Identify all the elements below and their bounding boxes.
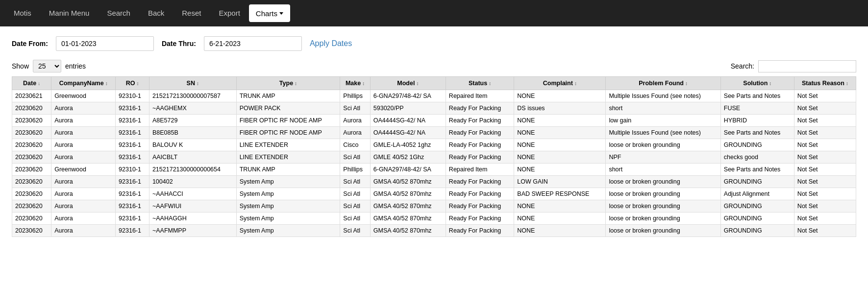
cell-status: Ready For Packing	[446, 115, 514, 127]
cell-model: OA4444SG-42/ NA	[370, 115, 446, 127]
table-row[interactable]: 20230620Aurora92316-1~AAFMMPPSystem AmpS…	[12, 225, 856, 237]
col-sn[interactable]: SN↕	[149, 77, 236, 90]
cell-type: System Amp	[236, 212, 340, 225]
table-row[interactable]: 20230620Aurora92316-1~AAFWIUISystem AmpS…	[12, 200, 856, 212]
cell-type: TRUNK AMP	[236, 164, 340, 176]
cell-status: Ready For Packing	[446, 188, 514, 200]
cell-status: Ready For Packing	[446, 102, 514, 115]
table-row[interactable]: 20230620Aurora92316-1B8E085BFIBER OPTIC …	[12, 127, 856, 139]
cell-model: GMSA 40/52 870mhz	[370, 176, 446, 188]
table-row[interactable]: 20230620Aurora92316-1~AAGHEMXPOWER PACKS…	[12, 102, 856, 115]
table-row[interactable]: 20230620Greenwood92310-12152172130000000…	[12, 164, 856, 176]
table-row[interactable]: 20230620Aurora92316-1AAICBLTLINE EXTENDE…	[12, 151, 856, 164]
cell-status: Ready For Packing	[446, 176, 514, 188]
cell-ro: 92316-1	[116, 188, 149, 200]
cell-make: Sci Atl	[340, 176, 370, 188]
col-complaint[interactable]: Complaint↕	[514, 77, 606, 90]
cell-complaint: NONE	[514, 200, 606, 212]
date-from-input[interactable]	[56, 36, 154, 51]
cell-company: Aurora	[51, 188, 116, 200]
table-row[interactable]: 20230621Greenwood92310-12152172130000000…	[12, 90, 856, 102]
cell-status: Ready For Packing	[446, 200, 514, 212]
cell-problem: short	[606, 164, 720, 176]
cell-solution: checks good	[720, 151, 794, 164]
sort-icon-company: ↕	[105, 81, 108, 86]
col-problem[interactable]: Problem Found↕	[606, 77, 720, 90]
col-company[interactable]: CompanyName↕	[51, 77, 116, 90]
table-row[interactable]: 20230620Aurora92316-1~AAHAGGHSystem AmpS…	[12, 212, 856, 225]
cell-model: 6-GNA297/48-42/ SA	[370, 164, 446, 176]
cell-date: 20230621	[12, 90, 51, 102]
cell-ro: 92316-1	[116, 176, 149, 188]
cell-company: Aurora	[51, 127, 116, 139]
cell-problem: Multiple Issues Found (see notes)	[606, 127, 720, 139]
cell-ro: 92316-1	[116, 200, 149, 212]
cell-statusreason: Not Set	[794, 151, 856, 164]
table-row[interactable]: 20230620Aurora92316-1BALOUV KLINE EXTEND…	[12, 139, 856, 151]
cell-date: 20230620	[12, 164, 51, 176]
col-make[interactable]: Make↕	[340, 77, 370, 90]
col-type[interactable]: Type↕	[236, 77, 340, 90]
sort-icon-model: ↕	[416, 81, 419, 86]
cell-type: System Amp	[236, 188, 340, 200]
nav-charts[interactable]: Charts	[249, 4, 290, 22]
cell-date: 20230620	[12, 127, 51, 139]
sort-icon-status: ↕	[489, 81, 491, 86]
cell-problem: loose or broken grounding	[606, 188, 720, 200]
cell-company: Aurora	[51, 212, 116, 225]
cell-problem: short	[606, 102, 720, 115]
cell-company: Greenwood	[51, 90, 116, 102]
col-date[interactable]: Date↓	[12, 77, 51, 90]
search-input[interactable]	[758, 60, 856, 72]
col-model[interactable]: Model↕	[370, 77, 446, 90]
cell-status: Ready For Packing	[446, 127, 514, 139]
nav-search[interactable]: Search	[98, 0, 139, 26]
col-status[interactable]: Status↕	[446, 77, 514, 90]
cell-complaint: DS issues	[514, 102, 606, 115]
cell-sn: AAICBLT	[149, 151, 236, 164]
show-select[interactable]: 10 25 50 100	[33, 60, 61, 72]
cell-complaint: NONE	[514, 164, 606, 176]
date-from-label: Date From:	[12, 40, 48, 47]
cell-statusreason: Not Set	[794, 102, 856, 115]
col-ro[interactable]: RO↕	[116, 77, 149, 90]
table-row[interactable]: 20230620Aurora92316-1A8E5729FIBER OPTIC …	[12, 115, 856, 127]
cell-status: Ready For Packing	[446, 151, 514, 164]
cell-company: Aurora	[51, 225, 116, 237]
cell-sn: 21521721300000000654	[149, 164, 236, 176]
cell-problem: loose or broken grounding	[606, 225, 720, 237]
nav-reset[interactable]: Reset	[173, 0, 210, 26]
nav-motis[interactable]: Motis	[5, 0, 40, 26]
col-statusreason[interactable]: Status Reason↕	[794, 77, 856, 90]
cell-model: 6-GNA297/48-42/ SA	[370, 90, 446, 102]
cell-model: GMSA 40/52 870mhz	[370, 200, 446, 212]
cell-make: Phillips	[340, 164, 370, 176]
cell-make: Sci Atl	[340, 102, 370, 115]
table-row[interactable]: 20230620Aurora92316-1~AAHACCISystem AmpS…	[12, 188, 856, 200]
cell-problem: low gain	[606, 115, 720, 127]
nav-back[interactable]: Back	[139, 0, 173, 26]
show-label: Show	[12, 62, 29, 70]
cell-complaint: NONE	[514, 139, 606, 151]
cell-type: POWER PACK	[236, 102, 340, 115]
date-thru-input[interactable]	[204, 36, 302, 51]
search-right: Search:	[731, 60, 856, 72]
cell-type: TRUNK AMP	[236, 90, 340, 102]
nav-export[interactable]: Export	[210, 0, 248, 26]
cell-sn: BALOUV K	[149, 139, 236, 151]
apply-dates-button[interactable]: Apply Dates	[310, 39, 352, 48]
col-solution[interactable]: Solution↕	[720, 77, 794, 90]
cell-sn: ~AAFMMPP	[149, 225, 236, 237]
sort-icon-sn: ↕	[197, 81, 199, 86]
cell-sn: ~AAFWIUI	[149, 200, 236, 212]
cell-company: Aurora	[51, 115, 116, 127]
table-row[interactable]: 20230620Aurora92316-1100402System AmpSci…	[12, 176, 856, 188]
cell-sn: ~AAHAGGH	[149, 212, 236, 225]
nav-manin-menu[interactable]: Manin Menu	[40, 0, 99, 26]
cell-solution: See Parts and Notes	[720, 90, 794, 102]
cell-date: 20230620	[12, 151, 51, 164]
entries-label: entries	[65, 62, 86, 70]
cell-solution: GROUNDING	[720, 225, 794, 237]
cell-ro: 92316-1	[116, 151, 149, 164]
cell-company: Aurora	[51, 139, 116, 151]
